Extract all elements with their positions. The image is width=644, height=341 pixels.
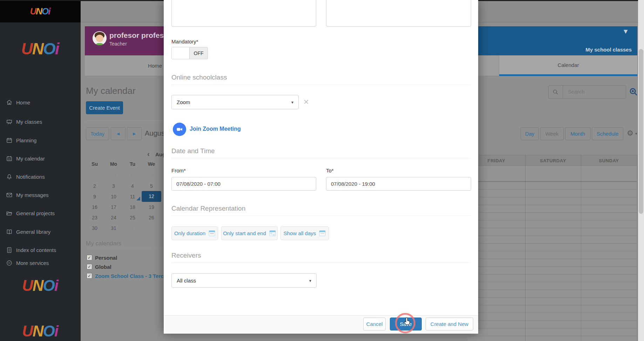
to-label: To* (326, 168, 334, 173)
today-button[interactable]: Today (86, 127, 109, 140)
to-datetime-input[interactable]: 07/08/2020 - 19:00 (326, 177, 471, 191)
mini-calendar-day-header: Tu (126, 161, 139, 167)
sidebar-item-label: My classes (16, 119, 42, 125)
sidebar-item-label: Planning (16, 137, 36, 143)
view-day-button[interactable]: Day (521, 127, 539, 140)
calendar-checkbox-personal[interactable]: ✓ (87, 255, 92, 260)
sidebar-logo-top[interactable]: UNOi (0, 0, 81, 22)
gear-icon[interactable]: ⚙ (627, 129, 633, 137)
sidebar-item-general-projects[interactable]: General projects (0, 208, 81, 218)
mini-calendar-day[interactable]: 24 (107, 212, 120, 223)
provider-select[interactable]: Zoom ▾ (171, 95, 299, 109)
mini-calendar-day[interactable]: 30 (88, 223, 101, 233)
create-and-new-button[interactable]: Create and New (426, 318, 473, 330)
calendar-checkbox-zoom-class[interactable]: ✓ (87, 273, 92, 279)
zoom-in-search-icon[interactable] (629, 87, 638, 98)
receivers-heading: Receivers (171, 252, 201, 259)
mini-calendar-day[interactable]: 4 (126, 181, 139, 191)
chevron-down-icon: ▾ (291, 100, 293, 105)
mini-calendar-day[interactable]: 19 (145, 202, 158, 212)
mini-calendar-day[interactable]: 2 (145, 223, 158, 233)
envelope-icon (6, 192, 12, 198)
mini-calendar-day[interactable]: 5 (145, 181, 158, 191)
view-week-button[interactable]: Week (540, 127, 564, 140)
sidebar-item-index-of-contents[interactable]: Index of contents (0, 245, 81, 255)
mini-calendar-day[interactable]: 17 (107, 202, 120, 212)
week-day-header-saturday: SATURDAY (525, 155, 581, 166)
home-icon (6, 100, 12, 105)
zoom-video-icon[interactable] (173, 123, 186, 136)
only-start-end-button[interactable]: Only start and end (221, 226, 278, 240)
mini-calendar-day[interactable]: 27 (107, 170, 120, 181)
receivers-select-value: All class (177, 278, 196, 284)
tab-calendar[interactable]: Calendar (499, 55, 637, 76)
sidebar-item-my-classes[interactable]: My classes (0, 116, 81, 127)
sidebar-item-my-messages[interactable]: My messages (0, 190, 81, 200)
gear-caret-icon[interactable]: ▾ (635, 131, 637, 136)
divider (86, 249, 162, 249)
mini-calendar-day[interactable]: 3 (107, 181, 120, 191)
cancel-button[interactable]: Cancel (363, 318, 386, 330)
sidebar-item-notifications[interactable]: Notifications (0, 171, 81, 182)
mini-calendar-day[interactable]: 31 (107, 223, 120, 233)
create-event-button[interactable]: Create Event (86, 101, 123, 114)
sidebar-item-my-calendar[interactable]: My calendar (0, 153, 81, 164)
mini-calendar-day[interactable]: 29 (145, 170, 158, 181)
mini-calendar-day[interactable]: 1 (126, 223, 139, 233)
mini-calendar-day[interactable]: 10 (107, 191, 120, 202)
calendar-label-personal[interactable]: Personal (95, 255, 117, 261)
hour-rows[interactable] (468, 182, 637, 341)
search-input[interactable]: Search (568, 89, 585, 95)
classboard-icon (6, 119, 12, 125)
calendar-label-global[interactable]: Global (95, 264, 111, 270)
clear-provider-icon[interactable]: ✕ (303, 98, 309, 106)
mini-calendar-day[interactable]: 2 (88, 181, 101, 191)
mini-calendar-day[interactable]: 9 (88, 191, 101, 202)
section-divider (171, 84, 470, 85)
save-button[interactable]: Save (390, 318, 422, 330)
view-month-button[interactable]: Month (565, 127, 590, 140)
mini-calendar-day[interactable]: 23 (88, 212, 101, 223)
show-all-days-label: Show all days (284, 230, 316, 236)
event-location-input[interactable] (326, 0, 471, 27)
sidebar-item-home[interactable]: Home (0, 97, 81, 108)
mini-calendar-day[interactable]: 28 (126, 170, 139, 181)
mini-calendar-day[interactable]: 26 (88, 170, 101, 181)
show-all-days-button[interactable]: Show all days (280, 226, 329, 240)
next-button[interactable]: ▶ (127, 127, 142, 140)
calendar-checkbox-global[interactable]: ✓ (87, 264, 92, 270)
banner-collapse-caret-icon[interactable]: ▼ (622, 28, 629, 35)
banner-classes-label[interactable]: My school classes (585, 47, 632, 53)
scrollbar-thumb[interactable] (639, 49, 643, 214)
mini-calendar-day[interactable]: 16 (88, 202, 101, 212)
receivers-select[interactable]: All class ▾ (171, 273, 317, 288)
grid-right-border (637, 155, 637, 341)
sidebar-item-planning[interactable]: Planning (0, 135, 81, 145)
document-icon (6, 247, 12, 253)
planning-calendar-icon (6, 137, 12, 143)
calendar-label-zoom-class[interactable]: Zoom School Class - 3 Tercer (95, 273, 169, 279)
sidebar-item-more-services[interactable]: More services (0, 258, 81, 268)
event-description-input[interactable] (171, 0, 316, 27)
view-schedule-button[interactable]: Schedule (592, 127, 623, 140)
join-zoom-meeting-link[interactable]: Join Zoom Meeting (190, 126, 241, 132)
all-day-row[interactable] (468, 166, 637, 182)
mini-calendar-selected-day[interactable]: 12 (142, 191, 161, 202)
from-datetime-input[interactable]: 07/08/2020 - 07:00 (171, 177, 316, 191)
sidebar: UNOi UNOi Home My classes Planning My ca… (0, 0, 81, 341)
sidebar-logo-bottom-1: UNOi (0, 277, 81, 294)
mandatory-toggle[interactable]: OFF (171, 47, 208, 59)
folder-icon (6, 210, 12, 216)
section-divider (171, 216, 470, 216)
mini-calendar-prev-icon[interactable]: ‹ (147, 150, 150, 158)
prev-button[interactable]: ◀ (111, 127, 126, 140)
mini-calendar-day[interactable]: 18 (126, 202, 139, 212)
mini-calendar-day[interactable]: 25 (126, 212, 139, 223)
sidebar-item-label: General projects (16, 210, 55, 216)
sidebar-item-label: Home (16, 100, 30, 105)
page-title: My calendar (86, 86, 136, 96)
sidebar-item-general-library[interactable]: General library (0, 226, 81, 237)
only-duration-button[interactable]: Only duration (171, 226, 218, 240)
mini-calendar-day[interactable]: 26 (145, 212, 158, 223)
create-event-modal: Mandatory* OFF Online schoolclass Zoom ▾… (164, 0, 478, 334)
